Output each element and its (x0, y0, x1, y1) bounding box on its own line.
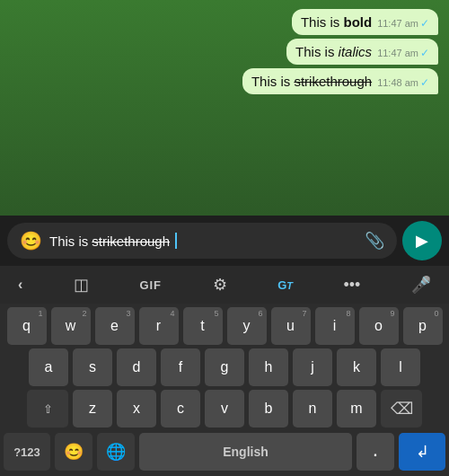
key-m[interactable]: m (337, 390, 376, 428)
mic-button[interactable]: 🎤 (406, 273, 436, 296)
check-icon: ✓ (420, 17, 429, 30)
key-b[interactable]: b (249, 390, 288, 428)
key-q[interactable]: 1q (7, 307, 47, 345)
message-bubble: This is italics 11:47 am ✓ (286, 39, 438, 65)
key-f[interactable]: f (161, 348, 200, 386)
enter-key[interactable]: ↲ (399, 433, 445, 471)
key-r[interactable]: 4r (139, 307, 179, 345)
message-bubble: This is bold 11:47 am ✓ (292, 9, 438, 35)
key-v[interactable]: v (205, 390, 244, 428)
sticker-button[interactable]: ◫ (68, 273, 94, 296)
key-h[interactable]: h (249, 348, 288, 386)
key-c[interactable]: c (161, 390, 200, 428)
key-t[interactable]: 5t (183, 307, 223, 345)
back-button[interactable]: ‹ (13, 275, 28, 295)
msg-strike: strikethrough (294, 74, 372, 89)
space-label: English (223, 445, 269, 459)
check-icon: ✓ (420, 47, 429, 59)
space-key[interactable]: English (139, 433, 352, 471)
input-strike-text: strikethrough (92, 234, 170, 249)
key-y[interactable]: 6y (227, 307, 267, 345)
keyboard-toolbar: ‹ ◫ GIF ⚙ GT ••• 🎤 (0, 266, 449, 304)
backspace-key[interactable]: ⌫ (381, 390, 422, 428)
msg-italic: italics (339, 44, 373, 59)
gif-label: GIF (139, 278, 162, 292)
more-icon: ••• (344, 276, 361, 295)
emoji-key-icon: 😊 (64, 442, 84, 462)
message-text: This is strikethrough (251, 74, 372, 89)
shift-key[interactable]: ⇧ (27, 390, 68, 428)
keyboard-bottom-row: ?123 😊 🌐 English . ↲ (0, 429, 449, 476)
msg-bold: bold (343, 14, 372, 30)
sticker-icon: ◫ (74, 275, 89, 295)
more-button[interactable]: ••• (339, 274, 366, 296)
key-g[interactable]: g (205, 348, 244, 386)
key-i[interactable]: 8i (315, 307, 355, 345)
numbers-key[interactable]: ?123 (4, 433, 50, 471)
message-time: 11:47 am ✓ (377, 17, 429, 30)
key-d[interactable]: d (117, 348, 156, 386)
enter-icon: ↲ (416, 442, 429, 462)
key-l[interactable]: l (381, 348, 420, 386)
numbers-label: ?123 (13, 445, 40, 459)
input-bar: 😊 This is strikethrough 📎 ▶ (0, 216, 449, 266)
back-icon: ‹ (18, 277, 22, 293)
key-z[interactable]: z (73, 390, 112, 428)
key-j[interactable]: j (293, 348, 332, 386)
key-row-2: a s d f g h j k l (4, 348, 445, 386)
key-e[interactable]: 3e (95, 307, 135, 345)
input-field-wrapper[interactable]: 😊 This is strikethrough 📎 (7, 223, 397, 259)
key-k[interactable]: k (337, 348, 376, 386)
message-text: This is italics (295, 44, 372, 59)
emoji-key[interactable]: 😊 (55, 433, 92, 471)
send-icon: ▶ (416, 231, 428, 251)
msg-plain: This is (251, 74, 295, 89)
send-button[interactable]: ▶ (402, 221, 442, 260)
message-time: 11:48 am ✓ (377, 76, 429, 89)
msg-plain: This is (295, 44, 339, 59)
settings-icon: ⚙ (213, 275, 227, 295)
msg-plain: This is (301, 14, 344, 30)
key-x[interactable]: x (117, 390, 156, 428)
check-icon: ✓ (420, 76, 429, 89)
period-label: . (374, 444, 377, 460)
key-n[interactable]: n (293, 390, 332, 428)
globe-key[interactable]: 🌐 (97, 433, 135, 471)
input-plain-text: This is (49, 234, 88, 249)
period-key[interactable]: . (357, 433, 394, 471)
translate-button[interactable]: GT (272, 277, 298, 294)
message-text: This is bold (301, 14, 372, 30)
gif-button[interactable]: GIF (134, 277, 167, 294)
key-o[interactable]: 9o (359, 307, 399, 345)
key-a[interactable]: a (29, 348, 68, 386)
chat-area: This is bold 11:47 am ✓ This is italics … (0, 0, 449, 216)
message-bubble: This is strikethrough 11:48 am ✓ (242, 68, 438, 94)
message-time: 11:47 am ✓ (377, 47, 429, 59)
emoji-button[interactable]: 😊 (20, 230, 42, 251)
keyboard: 1q 2w 3e 4r 5t 6y 7u 8i 9o 0p a s d f g … (0, 304, 449, 429)
key-p[interactable]: 0p (403, 307, 443, 345)
key-s[interactable]: s (73, 348, 112, 386)
attach-button[interactable]: 📎 (365, 231, 384, 251)
mic-icon: 🎤 (411, 275, 431, 295)
text-cursor (175, 233, 177, 249)
key-row-1: 1q 2w 3e 4r 5t 6y 7u 8i 9o 0p (4, 307, 445, 345)
translate-icon: GT (277, 278, 293, 292)
settings-button[interactable]: ⚙ (207, 273, 233, 296)
key-w[interactable]: 2w (51, 307, 91, 345)
key-row-3: ⇧ z x c v b n m ⌫ (4, 390, 445, 428)
input-text-display[interactable]: This is strikethrough (49, 233, 357, 249)
key-u[interactable]: 7u (271, 307, 311, 345)
globe-icon: 🌐 (106, 442, 126, 462)
